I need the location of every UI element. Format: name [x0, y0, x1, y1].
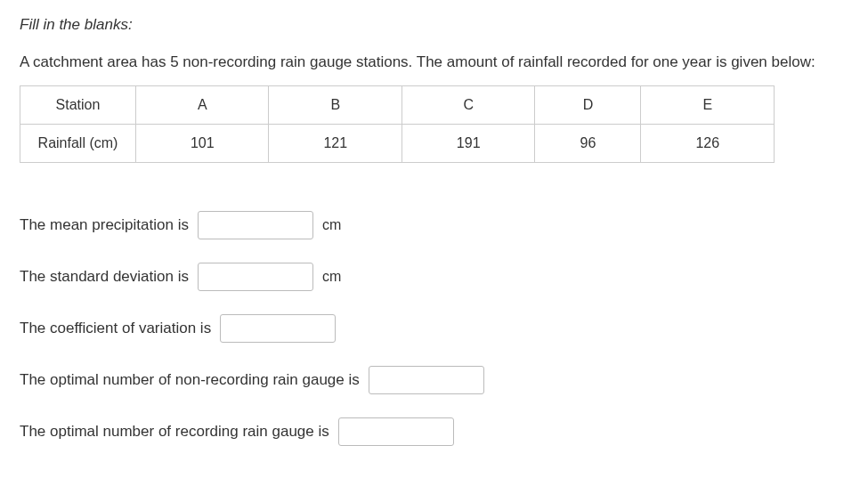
mean-precipitation-input[interactable]: [198, 211, 313, 239]
row-rainfall-label: Rainfall (cm): [20, 124, 136, 162]
q4-label: The optimal number of non-recording rain…: [20, 371, 360, 389]
standard-deviation-input[interactable]: [198, 263, 313, 291]
table-data-row: Rainfall (cm) 101 121 191 96 126: [20, 124, 775, 162]
question-standard-deviation: The standard deviation is cm: [20, 263, 848, 291]
instruction-text: Fill in the blanks:: [20, 16, 848, 34]
recording-gauge-input[interactable]: [338, 417, 454, 446]
nonrecording-gauge-input[interactable]: [369, 366, 484, 394]
problem-description: A catchment area has 5 non-recording rai…: [20, 52, 848, 73]
coefficient-variation-input[interactable]: [220, 314, 336, 343]
value-c: 191: [402, 124, 534, 162]
question-mean-precipitation: The mean precipitation is cm: [20, 211, 848, 239]
header-station-c: C: [402, 85, 534, 124]
header-station-b: B: [269, 85, 402, 124]
header-station-label: Station: [20, 85, 136, 124]
question-coefficient-variation: The coefficient of variation is: [20, 314, 848, 343]
value-d: 96: [535, 124, 641, 162]
value-e: 126: [641, 124, 775, 162]
header-station-d: D: [535, 85, 641, 124]
value-b: 121: [269, 124, 402, 162]
header-station-e: E: [641, 85, 775, 124]
q1-unit: cm: [322, 217, 341, 233]
question-nonrecording-gauge: The optimal number of non-recording rain…: [20, 366, 848, 394]
table-header-row: Station A B C D E: [20, 85, 775, 124]
value-a: 101: [136, 124, 269, 162]
header-station-a: A: [136, 85, 269, 124]
q2-unit: cm: [322, 269, 341, 285]
q2-label: The standard deviation is: [20, 268, 189, 286]
q1-label: The mean precipitation is: [20, 216, 189, 234]
question-recording-gauge: The optimal number of recording rain gau…: [20, 417, 848, 446]
q5-label: The optimal number of recording rain gau…: [20, 423, 329, 441]
q3-label: The coefficient of variation is: [20, 320, 211, 337]
rainfall-data-table: Station A B C D E Rainfall (cm) 101 121 …: [20, 85, 775, 163]
